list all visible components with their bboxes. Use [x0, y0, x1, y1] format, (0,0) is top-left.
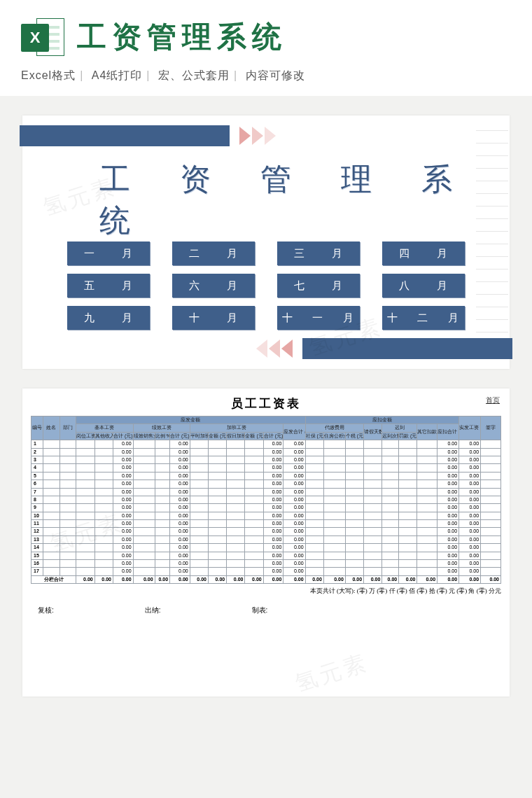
month-button-6[interactable]: 六 月: [172, 274, 255, 298]
cell: [323, 560, 345, 568]
cell: [399, 568, 417, 575]
cell: [345, 568, 363, 575]
cell: 0.00: [263, 536, 284, 543]
cell: 0.00: [170, 552, 190, 559]
cell: [305, 480, 323, 488]
cell: [305, 464, 323, 472]
cell: [481, 512, 501, 519]
cell: [481, 568, 501, 575]
cell: [190, 480, 208, 488]
cell: 0.00: [263, 456, 284, 463]
cell: 0.00: [284, 536, 305, 543]
cell: [323, 520, 345, 528]
cell: [133, 448, 155, 456]
cell: [155, 528, 169, 536]
cell: [76, 480, 94, 488]
cell: 0.00: [459, 504, 481, 512]
cell: [155, 504, 169, 512]
month-button-10[interactable]: 十 月: [172, 306, 255, 330]
cell: 0.00: [170, 528, 190, 536]
cell: [43, 520, 59, 528]
cell: [417, 464, 438, 472]
month-button-3[interactable]: 三 月: [277, 241, 360, 265]
cell: 0.00: [284, 560, 305, 568]
cell: [155, 536, 169, 543]
cell: [76, 456, 94, 463]
cell: [245, 480, 263, 488]
col-sign: 签字: [481, 416, 501, 440]
cell: [155, 472, 169, 479]
cell: [133, 568, 155, 575]
cell: [305, 560, 323, 568]
sign-cashier: 出纳:: [145, 606, 161, 615]
cell: 0.00: [113, 552, 133, 559]
cell: [43, 480, 59, 488]
cell: [382, 480, 399, 488]
cell: [417, 480, 438, 488]
cell: [245, 496, 263, 503]
cell: [155, 568, 169, 575]
month-button-4[interactable]: 四 月: [382, 241, 465, 265]
cell: 0.00: [113, 504, 133, 512]
cell: 14: [31, 544, 43, 552]
cell: 0.00: [438, 480, 459, 488]
cell: [208, 464, 226, 472]
cell: [245, 552, 263, 559]
cell: 0.00: [76, 575, 94, 583]
month-button-12[interactable]: 十 二 月: [382, 306, 465, 330]
cell: [76, 448, 94, 456]
cell: [399, 488, 417, 496]
month-button-2[interactable]: 二 月: [172, 241, 255, 265]
cell: [227, 520, 245, 528]
cell: [76, 464, 94, 472]
cell: [305, 520, 323, 528]
cell: [43, 456, 59, 463]
cell: [245, 456, 263, 463]
cell: 0.00: [170, 504, 190, 512]
cell: [208, 520, 226, 528]
cell: [190, 472, 208, 479]
sub-agency: 代缴费用: [305, 424, 364, 432]
cell: [364, 504, 382, 512]
month-button-1[interactable]: 一 月: [67, 241, 150, 265]
cell: [155, 488, 169, 496]
cell: 0.00: [459, 552, 481, 559]
month-nav-panel: 工 资 管 理 系 统 一 月二 月三 月四 月五 月六 月七 月八 月九 月十…: [22, 115, 510, 369]
month-button-11[interactable]: 十 一 月: [277, 306, 360, 330]
cell: 0.00: [113, 472, 133, 479]
cell: [382, 568, 399, 575]
month-button-7[interactable]: 七 月: [277, 274, 360, 298]
cell: [364, 496, 382, 503]
cell: [382, 488, 399, 496]
cell: [364, 464, 382, 472]
cell: [208, 568, 226, 575]
cell: [208, 496, 226, 503]
cell: [481, 504, 501, 512]
cell: 6: [31, 480, 43, 488]
cell: [364, 488, 382, 496]
cell: [481, 488, 501, 496]
cell: 0.00: [438, 504, 459, 512]
cell: 0.00: [284, 504, 305, 512]
cell: 0.00: [438, 440, 459, 448]
table-row: 160.000.000.000.000.000.00: [31, 560, 501, 568]
month-button-9[interactable]: 九 月: [67, 306, 150, 330]
month-button-8[interactable]: 八 月: [382, 274, 465, 298]
cell: [345, 512, 363, 519]
cell: [481, 472, 501, 479]
month-button-5[interactable]: 五 月: [67, 274, 150, 298]
home-link[interactable]: 首页: [486, 396, 500, 405]
cell: 0.00: [227, 575, 245, 583]
cell: [190, 496, 208, 503]
sub-item: 宏、公式套用: [158, 69, 230, 81]
subheader: Excel格式| A4纸打印| 宏、公式套用| 内容可修改: [0, 69, 532, 96]
cell: [323, 464, 345, 472]
cell: [245, 512, 263, 519]
col: 金额 (元): [208, 432, 226, 440]
cell: [345, 464, 363, 472]
cell: 0.00: [459, 544, 481, 552]
cell: [382, 560, 399, 568]
cell: 0.00: [459, 575, 481, 583]
system-title: 工 资 管 理 系 统: [99, 159, 496, 241]
cell: 17: [31, 568, 43, 575]
